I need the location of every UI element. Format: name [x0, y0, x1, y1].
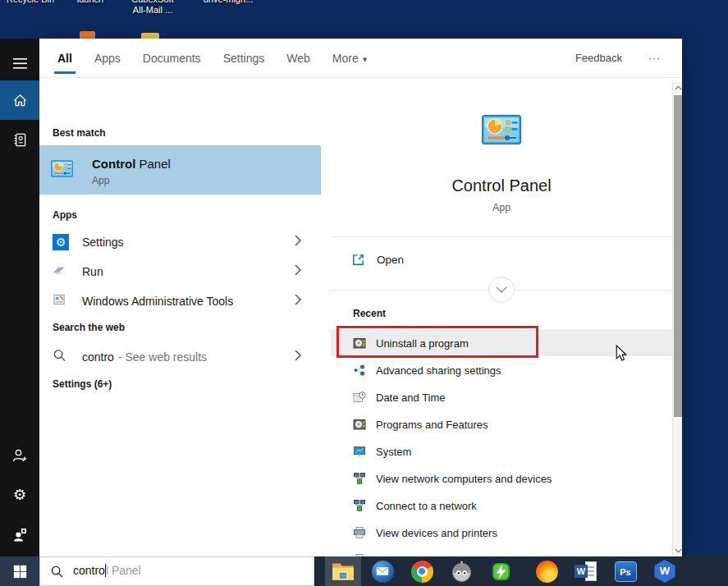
- search-icon: [50, 565, 64, 582]
- thunderbird-icon: [372, 561, 394, 583]
- account-button[interactable]: [0, 515, 39, 554]
- control-panel-icon: [51, 159, 73, 181]
- desktop-icon-label: launch: [61, 0, 120, 5]
- hamburger-menu-button[interactable]: [0, 43, 39, 83]
- search-icon: [53, 349, 66, 366]
- file-explorer-icon: [332, 561, 355, 581]
- preview-title: Control Panel: [331, 176, 672, 195]
- add-account-button[interactable]: [0, 436, 39, 475]
- best-match-title: Control Panel: [92, 157, 171, 171]
- taskbar-app-firefox[interactable]: [529, 556, 565, 586]
- typed-query: contro: [73, 564, 105, 577]
- scroll-down-arrow[interactable]: [673, 545, 682, 556]
- network-icon: [353, 499, 366, 512]
- home-button[interactable]: [0, 80, 39, 120]
- tab-all[interactable]: All: [57, 39, 72, 78]
- scrollbar[interactable]: [672, 82, 682, 556]
- settings-gear-icon: ⚙: [53, 234, 69, 250]
- chevron-down-icon: [496, 286, 507, 293]
- section-header-web: Search the web: [53, 322, 125, 333]
- tab-documents[interactable]: Documents: [143, 39, 201, 78]
- scrollbar-thumb[interactable]: [674, 95, 682, 417]
- taskbar-app-wps[interactable]: W: [647, 556, 683, 586]
- recent-item-view-devices-printers[interactable]: View devices and printers: [331, 519, 672, 546]
- gear-icon: ⚙: [13, 488, 26, 502]
- recent-item-date-time[interactable]: Date and Time: [331, 383, 672, 410]
- run-icon: [53, 264, 65, 280]
- desktop-icon-partial[interactable]: [80, 31, 95, 39]
- result-web-search[interactable]: contro- See web results: [39, 342, 321, 372]
- taskbar: control Panel: [0, 556, 728, 586]
- tab-apps[interactable]: Apps: [94, 39, 121, 78]
- open-action[interactable]: Open: [331, 242, 672, 278]
- chevron-right-icon[interactable]: [295, 264, 301, 279]
- wps-office-icon: W: [653, 560, 676, 583]
- windows-logo-icon: [13, 565, 27, 579]
- sharing-icon: [353, 364, 366, 377]
- taskbar-app-driver-utility[interactable]: [483, 556, 519, 586]
- preview-column: Control Panel App Open Recent Uninstall …: [331, 78, 672, 556]
- overflow-menu-button[interactable]: ···: [648, 53, 661, 64]
- journal-button[interactable]: [0, 120, 39, 159]
- section-header-best-match: Best match: [53, 127, 106, 139]
- search-tabbar: All Apps Documents Settings Web More▾ Fe…: [39, 39, 682, 78]
- taskbar-app-chrome[interactable]: [404, 556, 440, 586]
- recent-item-view-network[interactable]: View network computers and devices: [331, 465, 672, 492]
- journal-icon: [12, 132, 28, 148]
- word-icon: W: [575, 561, 598, 582]
- recent-header: Recent: [353, 308, 386, 319]
- start-button[interactable]: [0, 556, 39, 586]
- chrome-icon: [411, 561, 433, 583]
- best-match-result[interactable]: Control Panel App: [39, 145, 321, 195]
- taskbar-app-word[interactable]: W: [568, 556, 604, 586]
- result-settings[interactable]: ⚙ Settings: [39, 227, 321, 257]
- desktop-icon-label: CubexSoftAll-Mail ...: [123, 0, 182, 16]
- mouse-cursor: [614, 345, 629, 361]
- highlight-red-box: [337, 326, 538, 358]
- result-admin-tools[interactable]: Windows Administrative Tools: [39, 286, 321, 316]
- user-badge-icon: [11, 526, 28, 543]
- tab-more[interactable]: More▾: [332, 39, 367, 78]
- add-user-icon: [11, 447, 28, 464]
- home-icon: [12, 93, 28, 108]
- section-header-apps: Apps: [53, 209, 77, 221]
- expand-actions-button[interactable]: [488, 277, 515, 303]
- hamburger-icon: [13, 58, 27, 69]
- settings-button[interactable]: ⚙: [0, 475, 39, 515]
- chevron-right-icon[interactable]: [295, 350, 301, 364]
- taskbar-app-robot[interactable]: [443, 556, 479, 586]
- preview-subtitle: App: [331, 202, 672, 213]
- desktop-icon-label: drive-migh...: [199, 0, 258, 5]
- chevron-down-icon: ▾: [363, 39, 368, 79]
- recent-item-connect-network[interactable]: Connect to a network: [331, 492, 672, 519]
- desktop-icon-partial[interactable]: [141, 33, 159, 39]
- open-external-icon: [351, 253, 365, 270]
- network-icon: [353, 472, 366, 485]
- scroll-up-arrow[interactable]: [673, 82, 682, 94]
- taskbar-app-file-explorer[interactable]: [325, 556, 361, 586]
- feedback-link[interactable]: Feedback: [575, 52, 622, 64]
- search-flyout: All Apps Documents Settings Web More▾ Fe…: [39, 39, 682, 556]
- driver-utility-icon: [490, 561, 512, 583]
- autocomplete-ghost: l Panel: [106, 564, 141, 577]
- recent-item-devices-printers[interactable]: Devices and Printers: [331, 546, 672, 556]
- tab-web[interactable]: Web: [286, 39, 310, 78]
- recent-item-programs-features[interactable]: Programs and Features: [331, 410, 672, 437]
- photoshop-icon: Ps: [615, 561, 637, 582]
- start-menu-rail: ⚙: [0, 39, 39, 556]
- taskbar-app-photoshop[interactable]: Ps: [607, 556, 643, 586]
- datetime-icon: [353, 391, 366, 404]
- tab-settings[interactable]: Settings: [223, 39, 265, 78]
- section-header-settings-group: Settings (6+): [53, 378, 112, 390]
- desktop-icon-label: Recycle Bin: [1, 0, 60, 5]
- chevron-right-icon[interactable]: [295, 235, 301, 250]
- firefox-icon: [536, 561, 558, 583]
- system-icon: [353, 445, 366, 458]
- taskbar-app-thunderbird[interactable]: [364, 556, 401, 586]
- control-panel-icon-large: [482, 113, 521, 149]
- taskbar-search-input[interactable]: control Panel: [39, 556, 314, 586]
- recent-item-system[interactable]: System: [331, 437, 672, 465]
- results-column: Best match Control Panel: [39, 78, 321, 556]
- chevron-right-icon[interactable]: [295, 294, 301, 309]
- result-run[interactable]: Run: [39, 257, 321, 286]
